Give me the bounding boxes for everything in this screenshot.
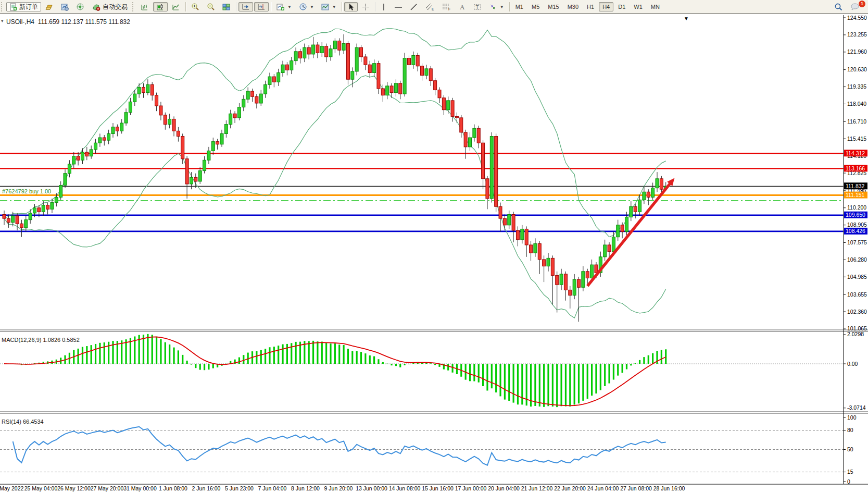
- candle-body: [55, 197, 58, 202]
- bar-chart-icon: [141, 3, 149, 11]
- bar-chart-button[interactable]: [137, 2, 152, 11]
- chart-window[interactable]: #7624792 buy 1.00124.550123.255121.96012…: [0, 14, 868, 492]
- candle-body: [556, 275, 559, 285]
- candle-body: [543, 260, 546, 266]
- candle-body: [447, 101, 450, 110]
- timeframe-w1-button[interactable]: W1: [630, 2, 646, 11]
- svg-text:T: T: [475, 4, 479, 10]
- crosshair-tool-button[interactable]: [359, 2, 373, 11]
- timeframe-h4-button[interactable]: H4: [599, 2, 613, 11]
- candle-body: [577, 279, 581, 287]
- vertical-line-tool-button[interactable]: [378, 2, 390, 11]
- tile-windows-button[interactable]: [219, 2, 234, 11]
- trend-arrow-line[interactable]: [587, 182, 671, 286]
- profiles-button[interactable]: [42, 2, 57, 11]
- new-order-button[interactable]: 新订单: [6, 2, 41, 11]
- text-tool-button[interactable]: A: [456, 2, 469, 11]
- time-tick: 5 Jun 23:00: [225, 485, 254, 491]
- horizontal-line-tool-button[interactable]: [391, 2, 406, 11]
- candle-body: [159, 106, 162, 115]
- candle-body: [625, 217, 628, 232]
- candle-body: [538, 243, 541, 260]
- candle-body: [564, 274, 567, 290]
- search-button[interactable]: [831, 2, 846, 11]
- candle-body: [386, 86, 389, 95]
- rsi-tick: 100: [847, 414, 857, 421]
- clock-icon: [299, 3, 307, 11]
- candle-body: [342, 44, 345, 51]
- chart-shift-button[interactable]: [254, 2, 269, 11]
- equidistant-channel-tool-button[interactable]: E: [422, 2, 438, 11]
- line-chart-button[interactable]: [169, 2, 183, 11]
- chart-shift-icon: [257, 3, 266, 11]
- template-button[interactable]: ▼: [318, 2, 339, 11]
- line-chart-icon: [172, 3, 180, 11]
- text-label-tool-button[interactable]: T: [470, 2, 485, 11]
- zoom-in-button[interactable]: [188, 2, 203, 11]
- trendline-tool-button[interactable]: [407, 2, 421, 11]
- market-watch-button[interactable]: [58, 2, 72, 11]
- candle-body: [129, 102, 132, 112]
- horizontal-line-icon: [394, 3, 402, 11]
- timeframe-d1-button[interactable]: D1: [614, 2, 629, 11]
- candle-body: [316, 45, 319, 53]
- candlestick-chart-button[interactable]: [153, 2, 168, 11]
- navigator-button[interactable]: [73, 2, 88, 11]
- arrows-tool-button[interactable]: ▼: [486, 2, 507, 11]
- cursor-tool-button[interactable]: [344, 2, 358, 11]
- candle-body: [264, 84, 267, 94]
- candle-body: [569, 290, 572, 295]
- candle-body: [233, 114, 236, 118]
- candle-body: [216, 142, 219, 144]
- notification-badge: 1: [859, 1, 865, 7]
- candle-body: [590, 265, 594, 278]
- candle-body: [155, 95, 158, 106]
- candle-body: [133, 94, 136, 102]
- toolbar: 新订单 自动交易: [0, 0, 868, 14]
- fibonacci-tool-button[interactable]: F: [439, 2, 455, 11]
- candle-body: [272, 77, 275, 82]
- candle-body: [220, 133, 223, 144]
- timeframe-m1-button[interactable]: M1: [512, 2, 527, 11]
- period-button[interactable]: ▼: [296, 2, 317, 11]
- new-order-label: 新订单: [19, 3, 38, 11]
- toolbar-grip[interactable]: [132, 2, 136, 11]
- one-click-collapse-arrow[interactable]: ▾: [1, 18, 4, 23]
- add-indicator-button[interactable]: ▼: [273, 2, 295, 11]
- autotrading-icon: [92, 3, 100, 11]
- autotrading-button[interactable]: 自动交易: [89, 2, 131, 11]
- toolbar-grip[interactable]: [1, 2, 5, 11]
- timeframe-m5-button[interactable]: M5: [528, 2, 543, 11]
- candle-body: [194, 177, 197, 181]
- candle-body: [237, 107, 241, 118]
- macd-pane[interactable]: [0, 334, 844, 407]
- text-icon: A: [459, 3, 466, 11]
- candle-body: [390, 86, 393, 93]
- candle-body: [277, 72, 280, 82]
- timeframe-m30-button[interactable]: M30: [564, 2, 582, 11]
- candle-body: [482, 143, 485, 179]
- price-tick: 116.710: [847, 118, 866, 125]
- candle-body: [368, 65, 371, 72]
- candle-body: [163, 115, 167, 125]
- main-price-pane[interactable]: #7624792 buy 1.00: [0, 29, 844, 322]
- time-tick: 24 Jun 04:00: [587, 485, 619, 491]
- candle-body: [530, 245, 533, 253]
- auto-scroll-button[interactable]: [238, 2, 253, 11]
- candle-body: [120, 123, 123, 131]
- price-tick: 108.905: [847, 222, 867, 228]
- timeframe-m15-button[interactable]: M15: [544, 2, 562, 11]
- candle-body: [346, 44, 349, 80]
- candle-body: [643, 192, 646, 200]
- candle-body: [325, 46, 328, 57]
- timeframe-mn-button[interactable]: MN: [647, 2, 663, 11]
- zoom-out-button[interactable]: [204, 2, 218, 11]
- rsi-pane[interactable]: [0, 427, 844, 472]
- notifications-button[interactable]: 1: [847, 2, 863, 11]
- timeframe-h1-button[interactable]: H1: [583, 2, 598, 11]
- rsi-tick: 15: [847, 469, 853, 475]
- zoom-out-icon: [207, 3, 215, 11]
- scroll-to-end-arrow[interactable]: ▼: [684, 16, 689, 21]
- chart-canvas[interactable]: #7624792 buy 1.00124.550123.255121.96012…: [0, 14, 868, 492]
- candle-body: [294, 52, 297, 61]
